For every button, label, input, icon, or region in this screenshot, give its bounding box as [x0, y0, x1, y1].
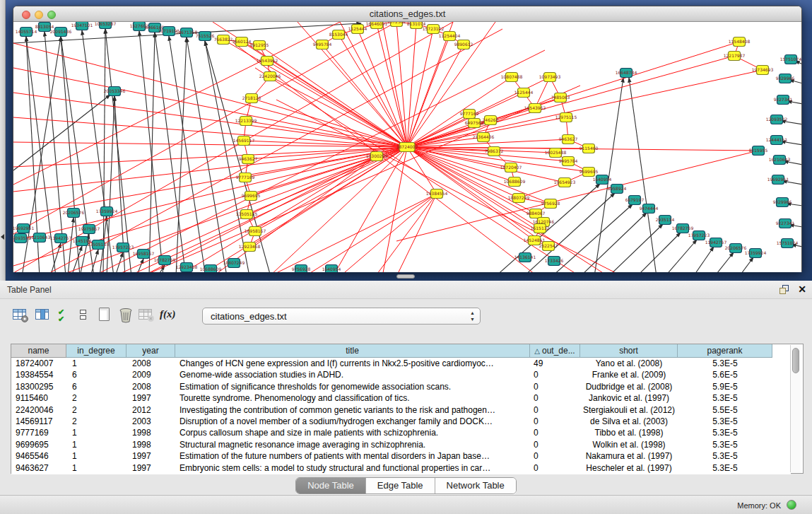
- selected-edge[interactable]: [252, 98, 407, 147]
- edge[interactable]: [115, 252, 123, 272]
- selected-edge[interactable]: [407, 24, 416, 147]
- column-header-name[interactable]: name: [11, 344, 66, 358]
- selected-edge[interactable]: [382, 22, 407, 147]
- select-rows-icon[interactable]: ✔✔: [58, 309, 75, 327]
- table-row[interactable]: 977716911998Corpus callosum shape and si…: [11, 427, 791, 439]
- graph-node-label: 20053346: [104, 88, 126, 93]
- network-table-select-value: citations_edges.txt: [211, 311, 287, 322]
- table-cell: Tibbo et al. (1998): [580, 427, 678, 439]
- column-header-short[interactable]: short: [580, 344, 678, 358]
- edge[interactable]: [739, 257, 753, 272]
- graph-node-label: 9474444: [640, 206, 659, 211]
- table-row[interactable]: 911546021997Tourette syndrome. Phenomeno…: [11, 392, 791, 404]
- float-panel-icon[interactable]: [779, 285, 789, 295]
- table-cell: Changes of HCN gene expression and I(f) …: [175, 358, 530, 370]
- selected-edge[interactable]: [339, 35, 407, 147]
- citation-network-graph[interactable]: 1405571488130542009143619347101106532871…: [13, 22, 801, 272]
- window-titlebar[interactable]: citations_edges.txt: [13, 6, 801, 22]
- selected-edge[interactable]: [199, 147, 407, 272]
- table-cell: Wolkin et al. (1998): [580, 439, 678, 451]
- selected-edge[interactable]: [396, 22, 407, 147]
- edge[interactable]: [149, 33, 155, 272]
- graph-node-label: 14136141: [514, 255, 536, 259]
- graph-node-label: 9463627: [559, 136, 578, 141]
- graph-node-label: 9329966: [776, 76, 795, 81]
- table-column-icon[interactable]: [35, 309, 52, 327]
- node-attribute-table: namein_degreeyeartitle△out_de...shortpag…: [11, 344, 804, 474]
- selected-edge[interactable]: [246, 121, 407, 147]
- edge[interactable]: [158, 265, 165, 272]
- column-header-out_de[interactable]: △out_de...: [530, 344, 580, 358]
- new-table-icon[interactable]: [99, 308, 116, 326]
- selected-edge[interactable]: [407, 147, 540, 228]
- edge[interactable]: [68, 218, 73, 272]
- table-row[interactable]: 969969511998Structural magnetic resonanc…: [11, 439, 791, 451]
- table-row[interactable]: 1938455462009Genome-wide association stu…: [11, 369, 791, 381]
- graph-node-label: 14569117: [233, 138, 255, 143]
- table-cell: Investigating the contribution of common…: [175, 404, 530, 416]
- vertical-scrollbar[interactable]: [790, 345, 801, 472]
- table-cell: Tourette syndrome. Phenomenology and cla…: [175, 392, 530, 404]
- tab-node-table[interactable]: Node Table: [296, 478, 366, 493]
- selected-edge[interactable]: [13, 147, 407, 167]
- table-cell: 9777169: [11, 427, 66, 439]
- table-row[interactable]: 1830029562008Estimation of significance …: [11, 381, 791, 393]
- selected-edge[interactable]: [177, 156, 377, 272]
- selected-edge[interactable]: [382, 147, 407, 272]
- selected-edge[interactable]: [407, 147, 543, 222]
- selected-edge[interactable]: [13, 147, 407, 266]
- selected-edge[interactable]: [340, 194, 437, 272]
- edge[interactable]: [13, 95, 110, 170]
- merge-rows-icon[interactable]: [80, 310, 97, 328]
- left-panel-divider[interactable]: [0, 0, 6, 281]
- function-builder-icon[interactable]: f(x): [160, 308, 177, 327]
- selected-edge[interactable]: [407, 70, 763, 147]
- edge[interactable]: [714, 252, 734, 272]
- selected-edge[interactable]: [267, 61, 407, 147]
- network-canvas[interactable]: 1405571488130542009143619347101106532871…: [13, 22, 801, 272]
- edge[interactable]: [139, 31, 163, 272]
- table-cell: 1997: [126, 450, 175, 462]
- selected-edge[interactable]: [13, 22, 396, 234]
- window-title: citations_edges.txt: [13, 8, 801, 19]
- selected-edge[interactable]: [407, 56, 734, 147]
- column-header-in_degree[interactable]: in_degree: [66, 344, 126, 358]
- network-table-select[interactable]: citations_edges.txt ▲▼: [202, 308, 481, 325]
- graph-node-label: 18807249: [223, 260, 245, 265]
- column-header-title[interactable]: title: [175, 344, 530, 358]
- selected-edge[interactable]: [396, 194, 437, 272]
- tab-network-table[interactable]: Network Table: [435, 478, 516, 493]
- graph-node-label: 6497568: [465, 120, 484, 125]
- selected-edge[interactable]: [128, 147, 407, 272]
- edge[interactable]: [71, 246, 82, 272]
- column-header-pagerank[interactable]: pagerank: [678, 344, 772, 358]
- scrollbar-thumb[interactable]: [792, 348, 799, 373]
- edge[interactable]: [665, 240, 697, 272]
- collapse-arrow-icon[interactable]: [1, 234, 4, 240]
- edge[interactable]: [693, 247, 714, 272]
- table-cell: Estimation of the future numbers of pati…: [175, 450, 530, 462]
- edge[interactable]: [176, 37, 187, 272]
- panel-splitter-handle[interactable]: [396, 274, 415, 279]
- table-row[interactable]: 946362711997Embryonic stem cells: a mode…: [11, 462, 791, 474]
- close-panel-icon[interactable]: ✕: [798, 284, 806, 295]
- table-cell: 5.3E-5: [678, 392, 772, 404]
- column-header-year[interactable]: year: [126, 344, 175, 358]
- graph-node-label: 19654923: [554, 180, 576, 185]
- table-row[interactable]: 946554611997Estimation of the future num…: [11, 450, 791, 462]
- table-row[interactable]: 1456911722003Disruption of a novel membe…: [11, 416, 791, 428]
- table-row[interactable]: 2242004622012Investigating the contribut…: [11, 404, 791, 416]
- graph-node-label: 14671368: [176, 30, 198, 35]
- table-cell: 5.3E-5: [678, 427, 772, 439]
- selected-edge[interactable]: [13, 147, 407, 241]
- selected-edge[interactable]: [340, 22, 407, 147]
- sort-ascending-icon: △: [534, 347, 540, 355]
- graph-node-label: 15751074: [780, 57, 801, 62]
- selected-edge[interactable]: [305, 194, 437, 272]
- tab-edge-table[interactable]: Edge Table: [366, 478, 435, 493]
- table-cell: Disruption of a novel member of a sodium…: [175, 416, 530, 428]
- network-view-window: citations_edges.txt 14055714881305420091…: [13, 6, 802, 272]
- delete-rows-trash-icon[interactable]: [119, 308, 136, 326]
- table-settings-icon[interactable]: [13, 309, 30, 327]
- table-row[interactable]: 1872400712008Changes of HCN gene express…: [11, 358, 791, 370]
